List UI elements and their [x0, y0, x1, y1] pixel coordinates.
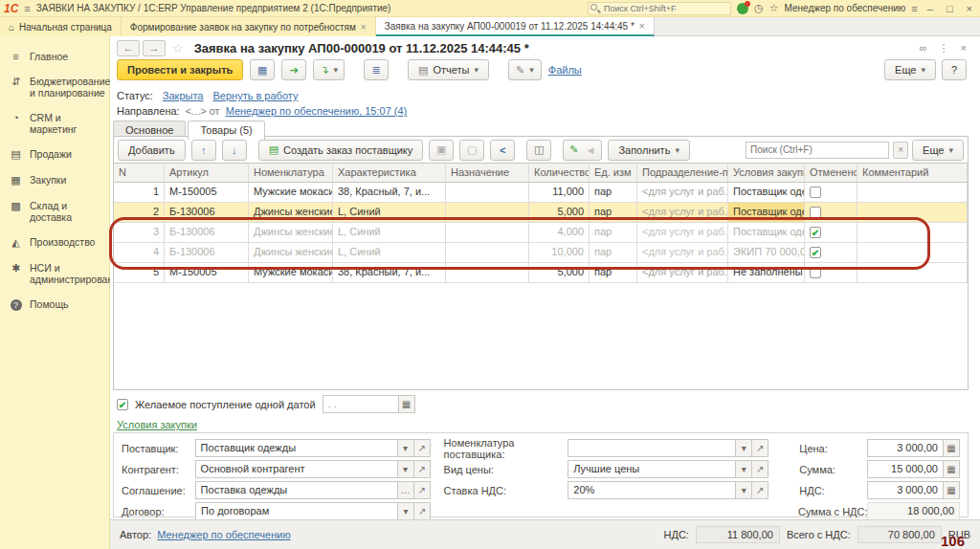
table-row-cancelled[interactable]: 4 Б-130006 Джинсы женские... L, Синий 10…	[114, 243, 968, 263]
supplier-input[interactable]: Поставщик одежды	[195, 439, 398, 457]
dropdown-icon[interactable]: ▾	[736, 460, 752, 478]
calendar-icon[interactable]: ▦	[399, 395, 415, 413]
cancelled-checkbox[interactable]	[810, 187, 821, 198]
find-button[interactable]: ◫	[526, 140, 551, 161]
sidebar-item-production[interactable]: ◭ Производство	[0, 230, 109, 255]
maximize-button[interactable]: □	[943, 3, 957, 14]
tab-purchase-request[interactable]: Заявка на закупку АП00-000019 от 11.12.2…	[376, 17, 655, 36]
paste-button[interactable]: ▢	[459, 140, 484, 161]
open-icon[interactable]: ↗	[414, 502, 431, 520]
post-button[interactable]: ➔	[281, 59, 306, 80]
return-to-work-link[interactable]: Вернуть в работу	[212, 90, 298, 101]
sidebar-item-purchasing[interactable]: ▦ Закупки	[0, 167, 109, 193]
favorite-star-icon[interactable]: ☆	[172, 41, 184, 55]
close-tab-icon[interactable]: ×	[639, 21, 645, 32]
single-date-checkbox[interactable]: ✔	[117, 399, 128, 410]
amount-input[interactable]: 15 000,00	[867, 460, 944, 478]
ellipsis-icon[interactable]: …	[398, 481, 414, 499]
cancelled-checkbox[interactable]	[810, 207, 821, 218]
service-menu-icon[interactable]: ≡	[911, 3, 917, 14]
sidebar-item-warehouse[interactable]: ▩ Склад и доставка	[0, 193, 109, 230]
column-header-cancelled[interactable]: Отменено	[805, 163, 858, 183]
close-form-icon[interactable]: ×	[961, 42, 967, 55]
tab-goods[interactable]: Товары (5)	[188, 121, 264, 140]
close-tab-icon[interactable]: ×	[361, 22, 367, 33]
post-and-close-button[interactable]: Провести и закрыть	[117, 59, 243, 80]
table-row-selected[interactable]: 2 Б-130006 Джинсы женские... L, Синий 5,…	[114, 203, 968, 223]
supplier-nomenclature-input[interactable]	[568, 439, 736, 457]
counterparty-input[interactable]: Основной контрагент	[195, 460, 398, 478]
open-icon[interactable]: ↗	[752, 481, 768, 499]
history-icon[interactable]: ◷	[754, 2, 764, 14]
column-header-n[interactable]: N	[114, 163, 165, 183]
date-input[interactable]: . .	[323, 395, 399, 413]
sidebar-item-help[interactable]: ? Помощь	[0, 292, 109, 318]
more-dots-icon[interactable]: ⋮	[939, 42, 949, 55]
dropdown-icon[interactable]: ▾	[736, 439, 752, 457]
global-search[interactable]	[588, 2, 731, 15]
main-menu-icon[interactable]: ≡	[24, 3, 30, 14]
minimize-button[interactable]: –	[924, 3, 937, 14]
vat-input[interactable]: 3 000,00	[867, 481, 944, 499]
cancelled-checkbox-checked[interactable]: ✔	[810, 227, 821, 238]
open-icon[interactable]: ↗	[414, 481, 431, 499]
add-row-button[interactable]: Добавить	[118, 140, 186, 161]
sidebar-item-sales[interactable]: ▤ Продажи	[0, 142, 109, 167]
grid-search-input[interactable]	[746, 142, 889, 159]
reports-button[interactable]: ▤Отчеты▾	[408, 59, 489, 80]
sidebar-item-main[interactable]: ≡ Главное	[0, 44, 109, 69]
routed-author-link[interactable]: Менеджер по обеспечению, 15:07 (4)	[226, 105, 408, 117]
edit-fill-group-button[interactable]: ✎◄	[563, 140, 602, 161]
column-header-department[interactable]: Подразделение-п...	[637, 163, 728, 183]
vat-rate-input[interactable]: 20%	[568, 481, 736, 499]
sidebar-item-crm[interactable]: ◔ CRM и маркетинг	[0, 105, 109, 142]
current-user[interactable]: Менеджер по обеспечению	[785, 3, 906, 13]
calculator-icon[interactable]: ▦	[944, 460, 960, 478]
clear-search-button[interactable]: ×	[893, 142, 908, 159]
status-closed-link[interactable]: Закрыта	[163, 90, 204, 101]
files-link[interactable]: Файлы	[548, 64, 582, 76]
get-link-icon[interactable]: ∞	[920, 42, 927, 55]
cancelled-checkbox[interactable]	[810, 267, 821, 278]
close-window-button[interactable]: ×	[963, 3, 976, 14]
open-icon[interactable]: ↗	[414, 439, 431, 457]
tab-request-generation[interactable]: Формирование заявок на закупку по потреб…	[122, 17, 376, 36]
move-down-button[interactable]: ↓	[222, 140, 247, 161]
agreement-input[interactable]: Поставка одежды	[195, 481, 398, 499]
column-header-article[interactable]: Артикул	[165, 163, 249, 183]
open-icon[interactable]: ↗	[752, 439, 768, 457]
global-search-input[interactable]	[588, 2, 731, 15]
create-supplier-order-button[interactable]: ▤Создать заказ поставщику	[258, 140, 424, 161]
save-button[interactable]: ▦	[250, 59, 275, 80]
more-button[interactable]: Еще▾	[884, 59, 936, 80]
column-header-characteristic[interactable]: Характеристика	[333, 163, 446, 183]
author-link[interactable]: Менеджер по обеспечению	[157, 529, 291, 540]
back-button[interactable]: ←	[117, 40, 140, 56]
table-row-cancelled[interactable]: 3 Б-130006 Джинсы женские... L, Синий 4,…	[114, 223, 968, 243]
notifications-icon[interactable]	[737, 3, 748, 14]
column-header-terms[interactable]: Условия закупки	[728, 163, 805, 183]
sidebar-item-budgeting[interactable]: ⇵ Бюджетирование и планирование	[0, 69, 109, 105]
dropdown-icon[interactable]: ▾	[398, 502, 414, 520]
fill-button[interactable]: Заполнить▾	[608, 140, 690, 161]
dropdown-icon[interactable]: ▾	[398, 460, 414, 478]
dropdown-icon[interactable]: ▾	[398, 439, 414, 457]
column-header-qty[interactable]: Количество	[529, 163, 590, 183]
cancelled-checkbox-checked[interactable]: ✔	[810, 247, 821, 258]
price-kind-input[interactable]: Лучшие цены	[568, 460, 736, 478]
contract-input[interactable]: По договорам	[195, 502, 398, 520]
column-header-nomenclature[interactable]: Номенклатура	[249, 163, 333, 183]
sidebar-item-nsi-admin[interactable]: ✱ НСИ и администрирование	[0, 255, 109, 292]
column-header-comment[interactable]: Комментарий	[858, 163, 968, 183]
price-input[interactable]: 3 000,00	[867, 439, 944, 457]
split-row-button[interactable]: <	[490, 140, 515, 161]
column-header-unit[interactable]: Ед. изм	[590, 163, 637, 183]
post-menu-button[interactable]: ↴▾	[313, 59, 345, 80]
open-icon[interactable]: ↗	[414, 460, 431, 478]
attachments-button[interactable]: ✎▾	[508, 59, 542, 80]
move-up-button[interactable]: ↑	[191, 140, 216, 161]
favorites-icon[interactable]: ☆	[769, 2, 779, 14]
grid-more-button[interactable]: Еще▾	[912, 140, 964, 161]
forward-button[interactable]: →	[143, 40, 166, 56]
copy-row-button[interactable]: ▣	[429, 140, 454, 161]
